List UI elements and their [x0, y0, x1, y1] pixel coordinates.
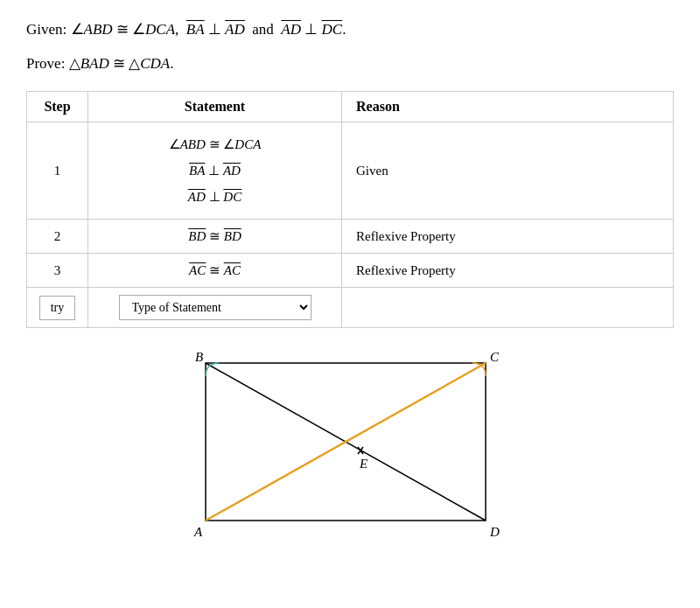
stmt-1a: ∠ABD ≅ ∠DCA — [102, 131, 327, 157]
type-statement-cell[interactable]: Type of Statement — [88, 288, 342, 328]
given-content: ∠ABD ≅ ∠DCA, BA ⊥ AD and AD ⊥ DC. — [71, 21, 346, 38]
stmt-1b: BA ⊥ AD — [102, 157, 327, 184]
given-line: Given: ∠ABD ≅ ∠DCA, BA ⊥ AD and AD ⊥ DC. — [26, 17, 674, 41]
label-c: C — [490, 350, 500, 364]
prove-content: △BAD ≅ △CDA. — [69, 55, 174, 72]
proof-table: Step Statement Reason 1 ∠ABD ≅ ∠DCA BA ⊥… — [26, 91, 674, 328]
geometry-diagram: B C A D E — [188, 346, 512, 547]
step-2: 2 — [27, 220, 88, 254]
diagram-container: B C A D E — [26, 346, 674, 547]
reason-2: Reflexive Property — [342, 220, 674, 254]
try-button[interactable]: try — [39, 296, 76, 320]
label-d: D — [489, 525, 500, 539]
label-b: B — [195, 350, 203, 364]
try-cell[interactable]: try — [27, 288, 88, 328]
header-statement: Statement — [88, 92, 342, 122]
statement-1: ∠ABD ≅ ∠DCA BA ⊥ AD AD ⊥ DC — [88, 122, 342, 220]
header-reason: Reason — [342, 92, 674, 122]
step-1: 1 — [27, 122, 88, 220]
header-step: Step — [27, 92, 88, 122]
statement-2: BD ≅ BD — [88, 220, 342, 254]
type-of-statement-dropdown[interactable]: Type of Statement — [119, 295, 312, 320]
reason-1: Given — [342, 122, 674, 220]
empty-reason-cell — [342, 288, 674, 328]
stmt-1c: AD ⊥ DC — [102, 184, 327, 210]
statement-3: AC ≅ AC — [88, 254, 342, 288]
label-e: E — [359, 457, 368, 471]
prove-line: Prove: △BAD ≅ △CDA. — [26, 52, 674, 75]
given-label: Given: — [26, 21, 71, 38]
table-row: 1 ∠ABD ≅ ∠DCA BA ⊥ AD AD ⊥ DC Given — [27, 122, 674, 220]
table-row: 2 BD ≅ BD Reflexive Property — [27, 220, 674, 254]
step-3: 3 — [27, 254, 88, 288]
prove-label: Prove: — [26, 55, 69, 72]
reason-3: Reflexive Property — [342, 254, 674, 288]
try-row: try Type of Statement — [27, 288, 674, 328]
label-a: A — [193, 525, 203, 539]
table-row: 3 AC ≅ AC Reflexive Property — [27, 254, 674, 288]
